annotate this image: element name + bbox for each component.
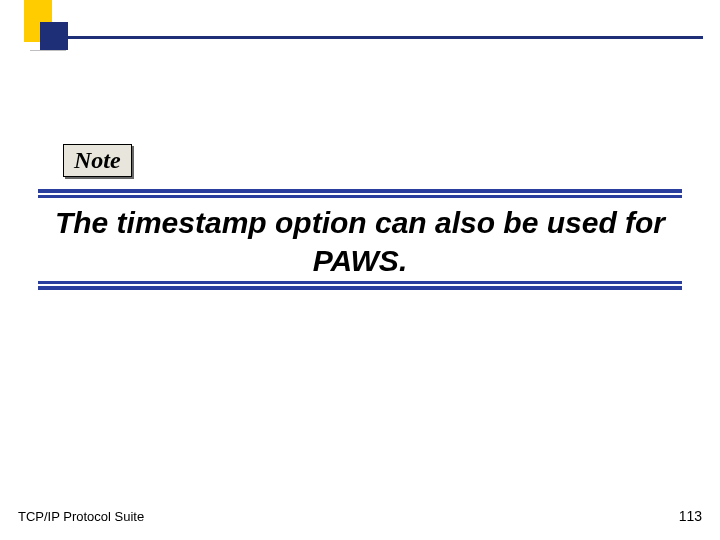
- content-band-bottom-outer: [38, 286, 682, 290]
- content-band-top-inner: [38, 195, 682, 198]
- content-band-top-outer: [38, 189, 682, 193]
- header-rule-grey: [30, 50, 66, 51]
- header-rule: [55, 36, 703, 39]
- content-band-bottom-inner: [38, 281, 682, 284]
- footer-left: TCP/IP Protocol Suite: [18, 509, 144, 524]
- page-number: 113: [679, 508, 702, 524]
- note-label: Note: [74, 147, 121, 173]
- note-label-box: Note: [63, 144, 132, 177]
- slide: Note The timestamp option can also be us…: [0, 0, 720, 540]
- body-text: The timestamp option can also be used fo…: [38, 202, 682, 281]
